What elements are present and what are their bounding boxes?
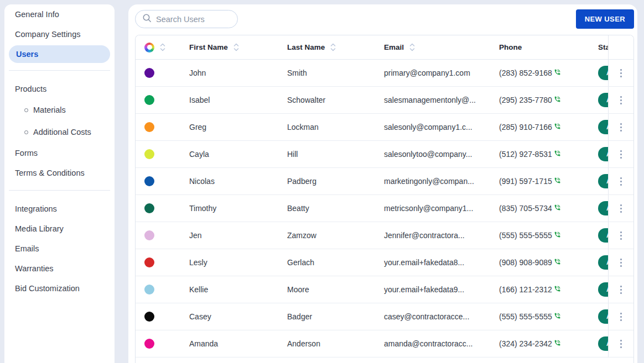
sidebar-item-label: Terms & Conditions xyxy=(15,169,85,177)
sidebar: General InfoCompany SettingsUsersProduct… xyxy=(4,4,115,363)
call-phone-icon[interactable] xyxy=(554,231,561,238)
row-menu-kebab-icon[interactable] xyxy=(618,283,624,296)
row-menu-kebab-icon[interactable] xyxy=(618,202,624,215)
new-user-button[interactable]: NEW USER xyxy=(576,9,634,29)
email-cell: your.email+fakedata8... xyxy=(384,257,499,267)
sort-chevrons-icon[interactable] xyxy=(233,43,239,52)
main-panel: NEW USER First NameLast NameEmailPhoneSt… xyxy=(128,4,637,363)
call-phone-icon[interactable] xyxy=(554,339,561,346)
sidebar-item-forms[interactable]: Forms xyxy=(4,143,115,163)
call-phone-icon[interactable] xyxy=(554,69,561,76)
row-menu-kebab-icon[interactable] xyxy=(618,175,624,188)
table-row: IsabelSchowaltersalesmanagementonly@...(… xyxy=(136,87,633,114)
avatar-color-dot xyxy=(144,95,154,105)
sidebar-subitem-materials[interactable]: Materials xyxy=(4,99,115,121)
column-header-avatar[interactable] xyxy=(136,43,189,52)
row-menu-kebab-icon[interactable] xyxy=(618,148,624,161)
search-box[interactable] xyxy=(135,10,238,28)
toolbar: NEW USER xyxy=(128,4,637,30)
email-cell: primary@company1.com xyxy=(384,68,499,78)
phone-text: (166) 121-2312 xyxy=(499,285,552,294)
avatar-color-dot xyxy=(144,149,154,159)
row-menu-kebab-icon[interactable] xyxy=(618,94,624,107)
call-phone-icon[interactable] xyxy=(554,204,561,211)
first-name-cell-text: Casey xyxy=(189,312,211,321)
call-phone-icon[interactable] xyxy=(554,285,561,292)
sidebar-item-products[interactable]: Products xyxy=(4,79,115,99)
sidebar-item-general-info[interactable]: General Info xyxy=(4,4,115,24)
column-header-first-name[interactable]: First Name xyxy=(189,43,287,52)
first-name-cell-text: Isabel xyxy=(189,96,210,104)
table-row: NicolasPadbergmarketingonly@compan...(99… xyxy=(136,168,633,195)
sort-chevrons-icon[interactable] xyxy=(160,43,165,52)
search-input[interactable] xyxy=(156,15,228,24)
row-menu-kebab-icon[interactable] xyxy=(618,229,624,242)
avatar-color-dot xyxy=(144,285,154,294)
table-row: GregLockmansalesonly@company1.c...(285) … xyxy=(136,114,633,141)
table-row: TimothyBeattymetricsonly@company1...(835… xyxy=(136,195,633,222)
first-name-cell: Kellie xyxy=(189,285,287,294)
sidebar-item-integrations[interactable]: Integrations xyxy=(4,199,115,219)
last-name-cell-text: Gerlach xyxy=(287,258,314,267)
table-row: KellieMooreyour.email+fakedata9...(166) … xyxy=(136,276,633,303)
sidebar-item-label: Materials xyxy=(33,106,66,114)
call-phone-icon[interactable] xyxy=(554,123,561,130)
last-name-cell-text: Schowalter xyxy=(287,96,325,104)
sidebar-item-emails[interactable]: Emails xyxy=(4,239,115,259)
avatar-cell xyxy=(136,312,189,322)
avatar-cell xyxy=(136,68,189,78)
last-name-cell: Smith xyxy=(287,68,384,78)
email-cell-text: your.email+fakedata9... xyxy=(384,285,464,294)
phone-text: (324) 234-2342 xyxy=(499,339,552,348)
last-name-cell-text: Anderson xyxy=(287,339,320,348)
sidebar-item-label: Users xyxy=(16,50,38,59)
sidebar-item-label: Company Settings xyxy=(15,30,80,39)
avatar-cell xyxy=(136,339,189,349)
row-menu-kebab-icon[interactable] xyxy=(618,338,624,350)
sidebar-item-users[interactable]: Users xyxy=(9,45,110,63)
first-name-cell: Casey xyxy=(189,312,287,322)
first-name-cell-text: Nicolas xyxy=(189,177,215,186)
row-menu-kebab-icon[interactable] xyxy=(618,256,624,269)
bullet-circle-icon xyxy=(24,130,28,134)
color-wheel-icon xyxy=(144,43,154,52)
sort-chevrons-icon[interactable] xyxy=(409,43,415,52)
call-phone-icon[interactable] xyxy=(554,258,561,265)
avatar-color-dot xyxy=(144,339,154,349)
first-name-cell: Jen xyxy=(189,230,287,240)
sidebar-item-terms-conditions[interactable]: Terms & Conditions xyxy=(4,163,115,183)
column-header-last-name[interactable]: Last Name xyxy=(287,43,384,52)
call-phone-icon[interactable] xyxy=(554,312,561,319)
column-header-email[interactable]: Email xyxy=(384,43,499,52)
row-menu-kebab-icon[interactable] xyxy=(618,67,624,80)
sort-chevrons-icon[interactable] xyxy=(330,43,336,52)
first-name-cell-text: Kellie xyxy=(189,285,208,294)
phone-text: (555) 555-5555 xyxy=(499,312,552,321)
sidebar-item-warranties[interactable]: Warranties xyxy=(4,259,115,278)
actions-cell xyxy=(608,222,633,249)
avatar-cell xyxy=(136,285,189,294)
sidebar-item-label: Media Library xyxy=(15,224,64,233)
email-cell: marketingonly@compan... xyxy=(384,176,499,186)
row-menu-kebab-icon[interactable] xyxy=(618,121,624,134)
last-name-cell-text: Smith xyxy=(287,69,307,77)
first-name-cell-text: John xyxy=(189,69,206,77)
first-name-cell: Isabel xyxy=(189,95,287,105)
sidebar-item-media-library[interactable]: Media Library xyxy=(4,219,115,239)
column-label: Email xyxy=(384,43,404,51)
sidebar-item-bid-customization[interactable]: Bid Customization xyxy=(4,278,115,298)
phone-cell: (555) 555-5555 xyxy=(499,312,598,321)
last-name-cell-text: Moore xyxy=(287,285,309,294)
sidebar-subitem-additional-costs[interactable]: Additional Costs xyxy=(4,121,115,143)
row-menu-kebab-icon[interactable] xyxy=(618,311,624,323)
call-phone-icon[interactable] xyxy=(554,96,561,103)
call-phone-icon[interactable] xyxy=(554,177,561,184)
table-row: JohnSmithprimary@company1.com(283) 852-9… xyxy=(136,60,633,87)
avatar-cell xyxy=(136,176,189,186)
sidebar-item-company-settings[interactable]: Company Settings xyxy=(4,24,115,44)
email-cell: Jennifer@contractora... xyxy=(384,230,499,240)
first-name-cell: Cayla xyxy=(189,149,287,159)
last-name-cell-text: Lockman xyxy=(287,123,319,131)
actions-column-header xyxy=(608,35,633,59)
call-phone-icon[interactable] xyxy=(554,150,561,157)
